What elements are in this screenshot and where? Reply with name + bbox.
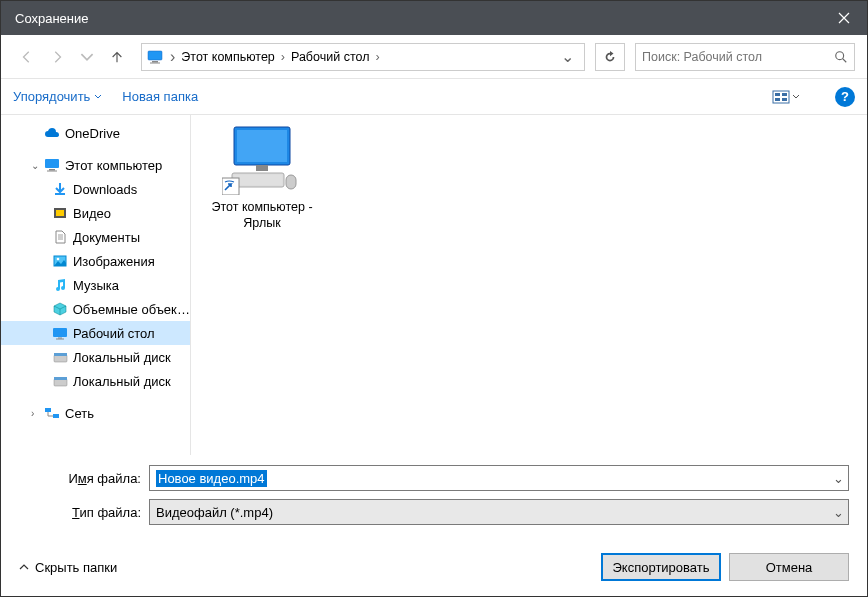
sidebar-item-localdisk1[interactable]: Локальный диск <box>1 345 190 369</box>
cube-icon <box>51 300 69 318</box>
svg-rect-18 <box>56 338 64 339</box>
svg-rect-7 <box>782 93 787 96</box>
svg-rect-9 <box>45 159 59 168</box>
sidebar-item-localdisk2[interactable]: Локальный диск <box>1 369 190 393</box>
svg-rect-29 <box>234 175 282 185</box>
nav-arrows <box>13 43 131 71</box>
pc-icon <box>146 48 164 66</box>
sidebar-label: Локальный диск <box>73 374 171 389</box>
refresh-icon <box>603 50 617 64</box>
recent-dropdown[interactable] <box>73 43 101 71</box>
filename-row: Имя файла: Новое видео.mp4 ⌄ <box>19 465 849 491</box>
filetype-label: Тип файла: <box>19 505 149 520</box>
new-folder-button[interactable]: Новая папка <box>122 89 198 104</box>
network-icon <box>43 404 61 422</box>
expand-icon[interactable]: › <box>31 408 43 419</box>
sidebar-item-music[interactable]: Музыка <box>1 273 190 297</box>
disk-icon <box>51 348 69 366</box>
svg-rect-4 <box>773 91 789 103</box>
sidebar-item-3d[interactable]: Объемные объекты <box>1 297 190 321</box>
pc-shortcut-icon <box>222 125 302 195</box>
svg-rect-13 <box>56 210 64 216</box>
document-icon <box>51 228 69 246</box>
disk-icon <box>51 372 69 390</box>
up-button[interactable] <box>103 43 131 71</box>
sidebar-item-video[interactable]: Видео <box>1 201 190 225</box>
svg-rect-10 <box>49 169 55 171</box>
address-bar[interactable]: › Этот компьютер › Рабочий стол › ⌄ <box>141 43 585 71</box>
svg-rect-23 <box>45 408 51 412</box>
chevron-down-icon <box>792 93 800 101</box>
organize-label: Упорядочить <box>13 89 90 104</box>
file-label: Этот компьютер - Ярлык <box>207 199 317 232</box>
sidebar-item-onedrive[interactable]: OneDrive <box>1 121 190 145</box>
chevron-right-icon: › <box>373 50 381 64</box>
svg-point-3 <box>836 51 844 59</box>
organize-button[interactable]: Упорядочить <box>13 89 102 104</box>
search-input[interactable] <box>642 50 834 64</box>
svg-point-15 <box>57 258 60 261</box>
chevron-down-icon[interactable]: ⌄ <box>833 505 844 520</box>
svg-rect-5 <box>775 93 780 96</box>
sidebar-label: Рабочий стол <box>73 326 155 341</box>
svg-rect-21 <box>54 379 67 386</box>
sidebar-item-documents[interactable]: Документы <box>1 225 190 249</box>
sidebar-label: Видео <box>73 206 111 221</box>
filetype-row: Тип файла: Видеофайл (*.mp4) ⌄ <box>19 499 849 525</box>
pc-icon <box>43 156 61 174</box>
collapse-icon[interactable]: ⌄ <box>31 160 43 171</box>
forward-button[interactable] <box>43 43 71 71</box>
close-button[interactable] <box>821 1 867 35</box>
view-button[interactable] <box>767 87 805 107</box>
sidebar-item-desktop[interactable]: Рабочий стол <box>1 321 190 345</box>
filename-value: Новое видео.mp4 <box>156 470 267 487</box>
svg-rect-24 <box>53 414 59 418</box>
new-folder-label: Новая папка <box>122 89 198 104</box>
chevron-right-icon: › <box>168 48 177 66</box>
cancel-label: Отмена <box>766 560 813 575</box>
svg-rect-30 <box>286 175 296 189</box>
svg-rect-22 <box>54 377 67 380</box>
export-button[interactable]: Экспортировать <box>601 553 721 581</box>
sidebar-label: Документы <box>73 230 140 245</box>
sidebar[interactable]: OneDrive ⌄ Этот компьютер Downloads Виде… <box>1 115 191 455</box>
file-item-shortcut[interactable]: Этот компьютер - Ярлык <box>207 125 317 232</box>
filename-input[interactable]: Новое видео.mp4 ⌄ <box>149 465 849 491</box>
svg-rect-16 <box>53 328 67 337</box>
sidebar-label: OneDrive <box>65 126 120 141</box>
export-label: Экспортировать <box>613 560 710 575</box>
sidebar-label: Downloads <box>73 182 137 197</box>
svg-rect-27 <box>256 165 268 171</box>
sidebar-item-downloads[interactable]: Downloads <box>1 177 190 201</box>
sidebar-item-this-pc[interactable]: ⌄ Этот компьютер <box>1 153 190 177</box>
sidebar-label: Этот компьютер <box>65 158 162 173</box>
help-button[interactable]: ? <box>835 87 855 107</box>
filetype-select[interactable]: Видеофайл (*.mp4) ⌄ <box>149 499 849 525</box>
breadcrumb-desktop[interactable]: Рабочий стол <box>287 48 373 66</box>
titlebar: Сохранение <box>1 1 867 35</box>
onedrive-icon <box>43 124 61 142</box>
svg-rect-6 <box>775 98 780 101</box>
svg-rect-0 <box>148 51 162 60</box>
refresh-button[interactable] <box>595 43 625 71</box>
download-icon <box>51 180 69 198</box>
footer: Скрыть папки Экспортировать Отмена <box>1 539 867 597</box>
chevron-down-icon <box>94 93 102 101</box>
hide-folders-button[interactable]: Скрыть папки <box>19 560 117 575</box>
sidebar-label: Изображения <box>73 254 155 269</box>
search-box[interactable] <box>635 43 855 71</box>
address-dropdown[interactable]: ⌄ <box>555 47 580 66</box>
cancel-button[interactable]: Отмена <box>729 553 849 581</box>
sidebar-label: Локальный диск <box>73 350 171 365</box>
close-icon <box>838 12 850 24</box>
svg-rect-19 <box>54 355 67 362</box>
music-icon <box>51 276 69 294</box>
chevron-down-icon[interactable]: ⌄ <box>833 471 844 486</box>
content-area[interactable]: Этот компьютер - Ярлык <box>191 115 867 455</box>
sidebar-item-images[interactable]: Изображения <box>1 249 190 273</box>
back-button[interactable] <box>13 43 41 71</box>
sidebar-item-network[interactable]: › Сеть <box>1 401 190 425</box>
breadcrumb-this-pc[interactable]: Этот компьютер <box>177 48 278 66</box>
desktop-icon <box>51 324 69 342</box>
video-icon <box>51 204 69 222</box>
